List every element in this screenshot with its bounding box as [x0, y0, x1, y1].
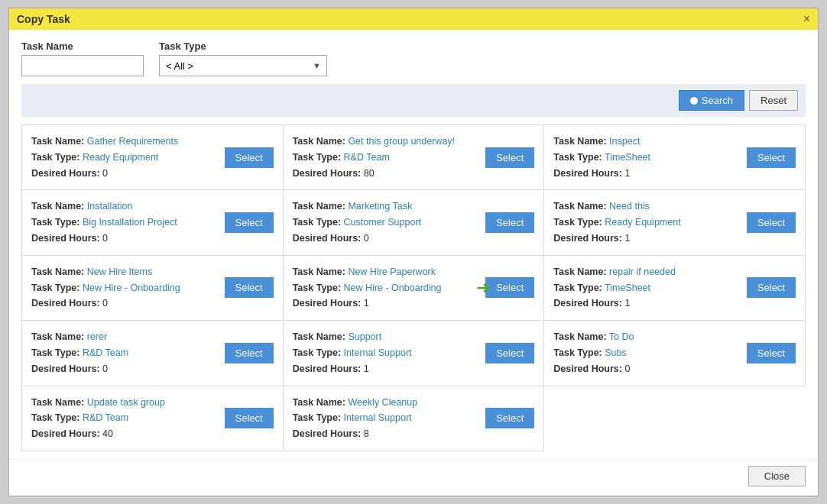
- task-type-select-wrap: < All >Ready EquipmentR&D TeamCustomer S…: [159, 55, 327, 76]
- reset-button[interactable]: Reset: [749, 90, 798, 111]
- task-name-field: Task Name: To Do: [553, 330, 741, 344]
- task-name-field: Task Name: repair if needed: [553, 265, 741, 279]
- task-type-field: Task Type: R&D Team: [31, 346, 219, 360]
- task-card-info: Task Name: New Hire ItemsTask Type: New …: [31, 265, 219, 311]
- task-name-field: Task Name: Need this: [553, 199, 741, 214]
- desired-hours-field: Desired Hours: 8: [293, 427, 480, 441]
- task-type-field: Task Type: TimeSheet: [553, 150, 741, 165]
- desired-hours-field: Desired Hours: 1: [293, 296, 480, 311]
- task-type-field: Task Type: Customer Support: [293, 215, 480, 230]
- task-card-info: Task Name: To DoTask Type: SubsDesired H…: [553, 330, 741, 376]
- task-name-field: Task Name: Support: [293, 330, 480, 344]
- task-card: Task Name: Need thisTask Type: Ready Equ…: [544, 190, 806, 255]
- task-name-field: Task Name: New Hire Paperwork: [293, 265, 480, 279]
- task-card: Task Name: Gather RequirementsTask Type:…: [22, 125, 284, 190]
- task-name-filter: Task Name: [21, 40, 144, 76]
- copy-task-dialog: Copy Task × Task Name Task Type < All >R…: [8, 8, 819, 496]
- task-card: Task Name: Weekly CleanupTask Type: Inte…: [284, 386, 545, 451]
- task-card: Task Name: SupportTask Type: Internal Su…: [284, 321, 545, 386]
- task-type-field: Task Type: R&D Team: [31, 411, 219, 425]
- select-button[interactable]: Select: [225, 408, 274, 428]
- task-type-field: Task Type: Ready Equipment: [553, 215, 741, 230]
- desired-hours-field: Desired Hours: 1: [293, 362, 480, 376]
- task-card: Task Name: To DoTask Type: SubsDesired H…: [544, 321, 806, 386]
- task-type-field: Task Type: Ready Equipment: [31, 150, 219, 165]
- dialog-footer: Close: [9, 459, 818, 496]
- close-button[interactable]: Close: [748, 466, 806, 486]
- select-button[interactable]: Select: [225, 212, 274, 233]
- desired-hours-field: Desired Hours: 1: [553, 296, 741, 311]
- task-name-field: Task Name: Update task group: [31, 396, 219, 410]
- select-button[interactable]: Select: [485, 147, 534, 168]
- task-name-field: Task Name: Weekly Cleanup: [293, 396, 480, 410]
- task-card-info: Task Name: Gather RequirementsTask Type:…: [31, 134, 219, 180]
- select-button[interactable]: Select: [747, 343, 796, 363]
- task-card-info: Task Name: Weekly CleanupTask Type: Inte…: [293, 396, 480, 441]
- dialog-close-button[interactable]: ×: [803, 13, 810, 25]
- dialog-title: Copy Task: [17, 13, 70, 25]
- select-button[interactable]: Select: [485, 408, 534, 428]
- select-button[interactable]: Select: [225, 277, 274, 298]
- task-name-field: Task Name: Installation: [31, 199, 219, 214]
- task-card: Task Name: InstallationTask Type: Big In…: [22, 190, 284, 255]
- desired-hours-field: Desired Hours: 0: [553, 362, 741, 376]
- filter-row: Task Name Task Type < All >Ready Equipme…: [21, 40, 806, 76]
- task-name-field: Task Name: Gather Requirements: [31, 134, 219, 149]
- task-card-info: Task Name: InstallationTask Type: Big In…: [31, 199, 219, 245]
- task-card-info: Task Name: Get this group underway!Task …: [293, 134, 480, 180]
- task-type-field: Task Type: New Hire - Onboarding: [31, 281, 219, 296]
- task-type-field: Task Type: R&D Team: [293, 150, 480, 165]
- task-card: ➜Task Name: New Hire PaperworkTask Type:…: [284, 256, 545, 321]
- dialog-body: Task Name Task Type < All >Ready Equipme…: [9, 30, 818, 459]
- select-button[interactable]: Select: [485, 343, 534, 363]
- task-type-label: Task Type: [159, 40, 327, 52]
- radio-icon: [690, 97, 698, 105]
- task-card-info: Task Name: Need thisTask Type: Ready Equ…: [553, 199, 741, 245]
- task-type-select[interactable]: < All >Ready EquipmentR&D TeamCustomer S…: [159, 55, 327, 76]
- task-name-field: Task Name: Get this group underway!: [293, 134, 480, 149]
- task-type-field: Task Type: Internal Support: [293, 346, 480, 360]
- desired-hours-field: Desired Hours: 0: [31, 296, 219, 311]
- select-button[interactable]: Select: [747, 147, 796, 168]
- select-button[interactable]: Select: [485, 212, 534, 233]
- task-type-field: Task Type: New Hire - Onboarding: [293, 281, 480, 296]
- select-button[interactable]: Select: [225, 147, 274, 168]
- task-name-field: Task Name: Inspect: [553, 134, 741, 149]
- search-bar: Search Reset: [21, 84, 806, 117]
- task-card-info: Task Name: Marketing TaskTask Type: Cust…: [293, 199, 480, 245]
- task-name-field: Task Name: New Hire Items: [31, 265, 219, 279]
- task-card-info: Task Name: rererTask Type: R&D TeamDesir…: [31, 330, 219, 376]
- task-name-input[interactable]: [21, 55, 144, 76]
- desired-hours-field: Desired Hours: 40: [31, 427, 219, 441]
- task-card-info: Task Name: New Hire PaperworkTask Type: …: [293, 265, 480, 311]
- task-type-filter: Task Type < All >Ready EquipmentR&D Team…: [159, 40, 327, 76]
- task-card-info: Task Name: Update task groupTask Type: R…: [31, 396, 219, 441]
- desired-hours-field: Desired Hours: 0: [31, 231, 219, 246]
- desired-hours-field: Desired Hours: 1: [553, 166, 741, 181]
- dialog-title-bar: Copy Task ×: [9, 8, 818, 30]
- select-button[interactable]: Select: [485, 277, 534, 298]
- desired-hours-field: Desired Hours: 80: [293, 166, 480, 181]
- desired-hours-field: Desired Hours: 0: [31, 166, 219, 181]
- task-card: Task Name: InspectTask Type: TimeSheetDe…: [544, 125, 806, 190]
- task-card: Task Name: repair if neededTask Type: Ti…: [544, 256, 806, 321]
- task-type-field: Task Type: Subs: [553, 346, 741, 360]
- task-card-info: Task Name: repair if neededTask Type: Ti…: [553, 265, 741, 311]
- desired-hours-field: Desired Hours: 0: [31, 362, 219, 376]
- task-card: Task Name: Update task groupTask Type: R…: [22, 386, 284, 451]
- task-card: Task Name: Marketing TaskTask Type: Cust…: [284, 190, 545, 255]
- task-card-info: Task Name: InspectTask Type: TimeSheetDe…: [553, 134, 741, 180]
- task-name-field: Task Name: Marketing Task: [293, 199, 480, 214]
- search-button[interactable]: Search: [679, 90, 744, 111]
- desired-hours-field: Desired Hours: 0: [293, 231, 480, 246]
- select-button[interactable]: Select: [747, 277, 796, 298]
- task-card-info: Task Name: SupportTask Type: Internal Su…: [293, 330, 480, 376]
- select-button[interactable]: Select: [225, 343, 274, 363]
- results-grid: Task Name: Gather RequirementsTask Type:…: [21, 124, 806, 451]
- task-card: Task Name: New Hire ItemsTask Type: New …: [22, 256, 284, 321]
- task-type-field: Task Type: Big Installation Project: [31, 215, 219, 230]
- task-name-label: Task Name: [21, 40, 144, 52]
- task-card: Task Name: Get this group underway!Task …: [284, 125, 545, 190]
- task-card: Task Name: rererTask Type: R&D TeamDesir…: [22, 321, 284, 386]
- select-button[interactable]: Select: [747, 212, 796, 233]
